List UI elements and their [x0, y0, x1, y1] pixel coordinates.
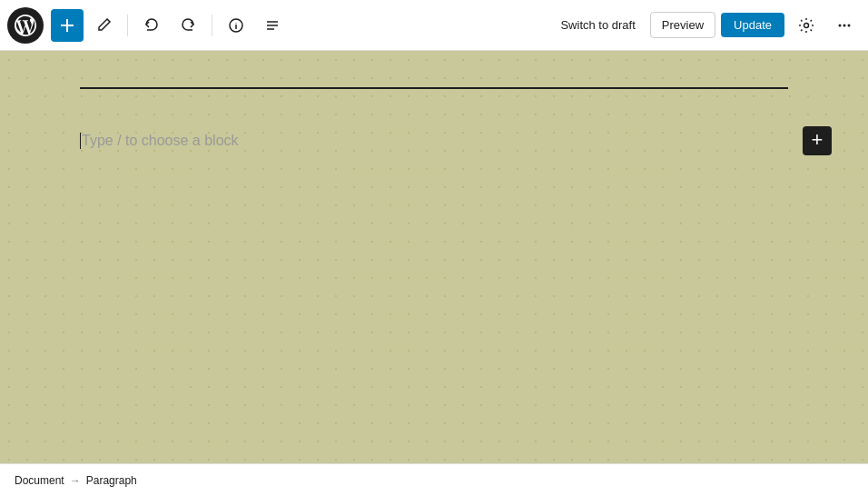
block-placeholder: Type / to choose a block: [82, 133, 239, 149]
preview-button[interactable]: Preview: [650, 12, 715, 38]
edit-button[interactable]: [87, 9, 120, 42]
text-cursor: [80, 133, 81, 149]
svg-point-4: [848, 24, 851, 26]
add-block-toolbar-button[interactable]: [51, 9, 84, 42]
editor-canvas: Type / to choose a block +: [80, 87, 788, 427]
main-toolbar: Switch to draft Preview Update: [0, 0, 868, 51]
wp-logo-button[interactable]: [7, 7, 44, 44]
info-icon: [228, 17, 244, 34]
list-icon: [264, 17, 281, 34]
more-options-button[interactable]: [828, 9, 861, 42]
switch-to-draft-button[interactable]: Switch to draft: [551, 13, 644, 37]
toolbar-right-group: Switch to draft Preview Update: [551, 9, 861, 42]
info-button[interactable]: [220, 9, 252, 42]
status-bar: Document → Paragraph: [0, 463, 868, 496]
list-view-button[interactable]: [256, 9, 289, 42]
plus-icon: [59, 17, 75, 34]
editor-area: Type / to choose a block +: [0, 51, 868, 463]
ellipsis-icon: [836, 17, 853, 34]
breadcrumb-arrow: →: [70, 474, 81, 487]
breadcrumb-paragraph[interactable]: Paragraph: [86, 474, 137, 487]
settings-button[interactable]: [790, 9, 823, 42]
undo-icon: [143, 17, 160, 34]
paragraph-block[interactable]: Type / to choose a block +: [80, 125, 788, 156]
update-button[interactable]: Update: [721, 13, 784, 37]
svg-point-1: [804, 23, 809, 27]
add-block-icon: +: [803, 126, 832, 155]
redo-icon: [180, 17, 196, 34]
svg-point-3: [843, 24, 846, 26]
pencil-icon: [95, 17, 112, 34]
editor-separator: [80, 87, 788, 89]
breadcrumb-document[interactable]: Document: [15, 474, 64, 487]
add-block-inline-button[interactable]: +: [803, 126, 832, 155]
wordpress-icon: [15, 15, 36, 36]
undo-button[interactable]: [135, 9, 168, 42]
svg-point-2: [839, 24, 842, 26]
toolbar-divider-2: [212, 15, 212, 36]
toolbar-divider-1: [127, 15, 128, 36]
gear-icon: [798, 17, 814, 34]
block-content[interactable]: Type / to choose a block: [80, 125, 788, 156]
redo-button[interactable]: [172, 9, 204, 42]
